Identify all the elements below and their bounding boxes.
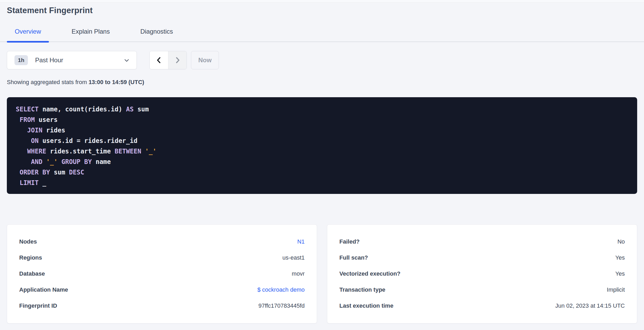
sql-keyword: FROM (19, 116, 35, 123)
summary-row: Regionsus-east1 (19, 254, 305, 261)
summary-value-link[interactable]: $ cockroach demo (257, 286, 305, 293)
summary-value: Yes (615, 270, 625, 277)
sql-text: name, count(rides.id) (39, 106, 126, 113)
sql-string-literal: '_' (46, 158, 58, 166)
tab-diagnostics[interactable]: Diagnostics (132, 26, 181, 42)
sql-text (16, 137, 31, 145)
chevron-left-icon (155, 56, 163, 64)
summary-label: Vectorized execution? (339, 270, 400, 277)
sql-keyword: GROUP BY (61, 158, 92, 166)
sql-keyword: ON (31, 137, 39, 145)
summary-label: Last execution time (339, 302, 393, 309)
sql-line: ORDER BY sum DESC (16, 167, 628, 178)
summary-label: Failed? (339, 238, 360, 245)
summary-value-link[interactable]: N1 (297, 238, 305, 245)
summary-value: us-east1 (283, 254, 305, 261)
sql-line: LIMIT _ (16, 178, 628, 188)
sql-text (16, 169, 19, 176)
summary-label: Fingerprint ID (19, 302, 57, 309)
sql-line: AND '_' GROUP BY name (16, 157, 628, 167)
tab-overview[interactable]: Overview (7, 26, 49, 42)
sql-text (58, 158, 61, 166)
summary-row: Application Name$ cockroach demo (19, 286, 305, 293)
summary-row: Full scan?Yes (339, 254, 625, 261)
execution-attributes-card: Failed?NoFull scan?YesVectorized executi… (327, 224, 637, 323)
sql-keyword: WHERE (27, 148, 46, 155)
statement-details-card: NodesN1Regionsus-east1DatabasemovrApplic… (7, 224, 317, 323)
sql-text (42, 158, 46, 166)
summary-value: movr (292, 270, 305, 277)
sql-text: users.id = rides.rider_id (39, 137, 138, 145)
summary-label: Application Name (19, 286, 68, 293)
sql-keyword: DESC (69, 169, 84, 176)
sql-text: users (35, 116, 58, 123)
sql-line: FROM users (16, 115, 628, 125)
summary-row: Vectorized execution?Yes (339, 270, 625, 277)
tab-explain-plans[interactable]: Explain Plans (64, 26, 118, 42)
sql-text (16, 179, 19, 187)
sql-text (16, 116, 19, 123)
summary-label: Full scan? (339, 254, 368, 261)
summary-row: NodesN1 (19, 238, 305, 245)
sql-text (16, 148, 27, 155)
sql-text (16, 127, 27, 134)
summary-value: Implicit (607, 286, 625, 293)
page-top-divider (0, 0, 644, 3)
time-interval-label: Past Hour (35, 56, 123, 64)
next-interval-button[interactable] (168, 51, 187, 69)
sql-text: rides (42, 127, 65, 134)
aggregated-stats-prefix: Showing aggregated stats from (7, 79, 89, 85)
sql-text: rides.start_time (46, 148, 115, 155)
aggregated-stats-text: Showing aggregated stats from 13:00 to 1… (7, 79, 637, 86)
sql-text: sum (50, 169, 69, 176)
sql-keyword: AND (31, 158, 42, 166)
summary-value: Jun 02, 2023 at 14:15 UTC (555, 302, 625, 309)
prev-interval-button[interactable] (150, 51, 168, 69)
tab-bar: Overview Explain Plans Diagnostics (0, 26, 644, 42)
sql-text: _ (39, 179, 46, 187)
aggregated-stats-range: 13:00 to 14:59 (UTC) (89, 79, 144, 85)
sql-text (141, 148, 145, 155)
summary-row: Last execution timeJun 02, 2023 at 14:15… (339, 302, 625, 309)
summary-value: Yes (615, 254, 625, 261)
sql-keyword: SELECT (16, 106, 39, 113)
sql-line: ON users.id = rides.rider_id (16, 136, 628, 146)
sql-line: SELECT name, count(rides.id) AS sum (16, 104, 628, 115)
time-toolbar: 1h Past Hour Now (7, 51, 637, 69)
sql-text: sum (134, 106, 149, 113)
statement-fingerprint-page: Statement Fingerprint Overview Explain P… (0, 0, 644, 323)
now-button[interactable]: Now (191, 51, 219, 69)
summary-cards: NodesN1Regionsus-east1DatabasemovrApplic… (7, 224, 637, 323)
sql-statement-box: SELECT name, count(rides.id) AS sum FROM… (7, 97, 637, 194)
summary-label: Regions (19, 254, 42, 261)
sql-keyword: ORDER BY (19, 169, 50, 176)
summary-row: Transaction typeImplicit (339, 286, 625, 293)
sql-text: name (92, 158, 111, 166)
time-interval-dropdown[interactable]: 1h Past Hour (7, 51, 137, 69)
time-range-nav (149, 51, 187, 69)
sql-line: JOIN rides (16, 125, 628, 136)
page-title: Statement Fingerprint (7, 6, 637, 15)
summary-label: Database (19, 270, 45, 277)
sql-line: WHERE rides.start_time BETWEEN '_' (16, 146, 628, 157)
sql-text (16, 158, 31, 166)
summary-label: Transaction type (339, 286, 385, 293)
chevron-down-icon (123, 57, 130, 64)
summary-value: No (617, 238, 625, 245)
summary-row: Databasemovr (19, 270, 305, 277)
summary-value: 97ffc170783445fd (258, 302, 305, 309)
summary-label: Nodes (19, 238, 37, 245)
sql-keyword: LIMIT (19, 179, 38, 187)
time-interval-badge: 1h (14, 55, 28, 65)
chevron-right-icon (174, 56, 182, 64)
sql-keyword: BETWEEN (115, 148, 141, 155)
summary-row: Failed?No (339, 238, 625, 245)
summary-row: Fingerprint ID97ffc170783445fd (19, 302, 305, 309)
sql-keyword: JOIN (27, 127, 42, 134)
sql-keyword: AS (126, 106, 134, 113)
sql-string-literal: '_' (145, 148, 156, 155)
